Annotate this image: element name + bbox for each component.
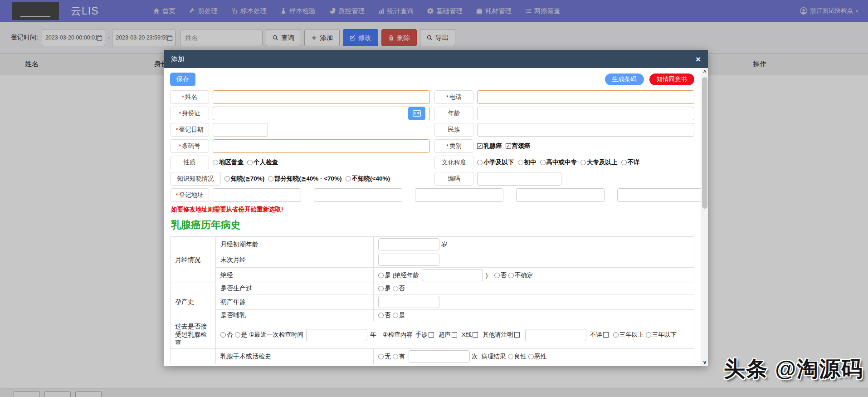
radio-option-edu-unknown[interactable]: 不详 (621, 158, 640, 167)
radio-icon[interactable] (268, 176, 273, 181)
ethnic-field[interactable] (477, 123, 694, 137)
address-town-field[interactable] (516, 188, 605, 202)
age-field[interactable] (477, 107, 694, 120)
checkbox-option-ultrasound[interactable]: 超声 (439, 331, 460, 339)
radio-icon[interactable] (508, 354, 513, 359)
radio-option-edu-college[interactable]: 大专及以上 (580, 158, 618, 167)
radio-option-menopause-no[interactable]: 否 (494, 271, 507, 279)
radio-option-edu-primary[interactable]: 小学及以下 (477, 158, 514, 167)
read-idcard-button[interactable] (408, 107, 425, 120)
radio-option-aware[interactable]: 知晓(≧70%) (224, 175, 264, 183)
radio-icon[interactable] (508, 273, 514, 278)
radio-option-birth-yes[interactable]: 是 (378, 284, 391, 293)
name-label: *姓名 (170, 90, 209, 104)
save-button[interactable]: 保存 (170, 73, 195, 86)
radio-icon[interactable] (235, 332, 240, 338)
close-icon[interactable]: × (696, 55, 701, 64)
chevron-up-icon[interactable]: ^ (701, 68, 708, 76)
checkbox-icon[interactable] (452, 332, 457, 338)
menopause-age-field[interactable] (422, 269, 483, 281)
radio-option-menopause-yes[interactable]: 是 (378, 271, 391, 279)
regdate-field[interactable] (213, 123, 268, 137)
checked-checkbox-icon[interactable]: ✓ (506, 143, 511, 149)
address-village-field[interactable] (617, 188, 706, 202)
radio-option-not-aware[interactable]: 不知晓(<40%) (346, 175, 390, 183)
radio-icon[interactable] (494, 273, 500, 278)
last-period-field[interactable] (378, 254, 439, 266)
radio-option-area-survey[interactable]: 地区普查 (213, 158, 244, 167)
radio-option-breastfed-yes[interactable]: 是 (393, 311, 405, 319)
checkbox-icon[interactable] (603, 332, 609, 338)
radio-option-edu-junior[interactable]: 初中 (518, 158, 536, 167)
radio-option-surgery-none[interactable]: 无 (378, 353, 391, 361)
checked-checkbox-icon[interactable]: ✓ (477, 143, 483, 149)
chevron-down-icon[interactable]: v (701, 358, 708, 366)
checkbox-option-other[interactable]: 其他请注明 (483, 331, 522, 339)
radio-icon[interactable] (247, 160, 253, 165)
radio-option-over-3-years[interactable]: 三年以上 (613, 331, 644, 339)
table-row: 过去是否接受过乳腺检查 否 是 ①最近一次检查时间 年 ②检查内容 手诊 超声 … (171, 321, 694, 349)
radio-option-personal-check[interactable]: 个人检查 (247, 158, 278, 167)
radio-icon[interactable] (393, 354, 398, 359)
name-field[interactable] (213, 90, 430, 104)
surgery-times-field[interactable] (409, 350, 470, 363)
generate-barcode-button[interactable]: 生成条码 (605, 74, 644, 85)
age-label: 年龄 (434, 107, 473, 120)
radio-icon[interactable] (393, 313, 398, 318)
radio-option-menopause-unsure[interactable]: 不确定 (508, 271, 533, 279)
radio-icon[interactable] (346, 176, 351, 181)
checkbox-option-breast-cancer[interactable]: ✓乳腺癌 (477, 142, 502, 150)
idcard-field[interactable] (213, 107, 430, 120)
radio-icon[interactable] (378, 273, 384, 278)
radio-icon[interactable] (220, 332, 226, 338)
radio-icon[interactable] (378, 313, 384, 318)
radio-option-under-3-years[interactable]: 三年以下 (646, 331, 677, 339)
radio-option-exam-yes[interactable]: 是 (235, 331, 248, 339)
radio-option-breastfed-no[interactable]: 否 (378, 311, 391, 319)
radio-icon[interactable] (477, 160, 483, 165)
code-field[interactable] (477, 172, 561, 186)
radio-option-edu-senior[interactable]: 高中或中专 (540, 158, 577, 167)
education-label: 文化程度 (434, 156, 473, 169)
radio-icon[interactable] (213, 160, 218, 165)
exam-time-field[interactable] (306, 329, 367, 341)
radio-option-birth-no[interactable]: 否 (393, 284, 405, 293)
radio-icon[interactable] (518, 160, 523, 165)
radio-icon[interactable] (540, 160, 546, 165)
exam-other-field[interactable] (525, 329, 586, 341)
phone-field[interactable] (477, 90, 694, 104)
checkbox-icon[interactable] (429, 332, 434, 338)
checkbox-icon[interactable] (473, 332, 478, 338)
checkbox-option-unknown[interactable]: 不详 (590, 331, 611, 339)
radio-icon[interactable] (646, 332, 651, 338)
breastfed-value-cell: 否 是 (374, 310, 694, 321)
radio-option-surgery-has[interactable]: 有 (393, 353, 405, 361)
radio-icon[interactable] (580, 160, 586, 165)
radio-icon[interactable] (378, 354, 384, 359)
address-city-field[interactable] (314, 188, 402, 202)
address-province-field[interactable] (213, 188, 301, 202)
consent-form-button[interactable]: 知情同意书 (649, 74, 695, 85)
checkbox-option-xray[interactable]: X线 (462, 331, 481, 339)
first-birth-age-field[interactable] (378, 296, 439, 308)
radio-option-benign[interactable]: 良性 (508, 353, 527, 361)
radio-icon[interactable] (621, 160, 627, 165)
radio-icon[interactable] (528, 354, 534, 359)
checkbox-option-palpation[interactable]: 手诊 (415, 331, 437, 339)
radio-icon[interactable] (378, 286, 384, 291)
address-district-field[interactable] (415, 188, 503, 202)
radio-icon[interactable] (393, 286, 398, 291)
menarche-age-field[interactable] (378, 238, 439, 250)
radio-icon[interactable] (224, 176, 230, 181)
radio-option-partial-aware[interactable]: 部分知晓(≧40% - <70%) (268, 175, 341, 183)
label-text: 类别 (449, 142, 462, 150)
category-options: ✓乳腺癌 ✓宫颈癌 (477, 142, 533, 150)
barcode-field[interactable] (213, 139, 430, 153)
radio-option-exam-no[interactable]: 否 (220, 331, 233, 339)
checkbox-option-cervical-cancer[interactable]: ✓宫颈癌 (506, 142, 531, 150)
radio-option-malignant[interactable]: 恶性 (528, 353, 547, 361)
radio-icon[interactable] (613, 332, 619, 338)
scrollbar-thumb[interactable] (702, 77, 707, 209)
modal-scrollbar[interactable]: ^ v (701, 68, 708, 366)
checkbox-icon[interactable] (514, 332, 520, 338)
